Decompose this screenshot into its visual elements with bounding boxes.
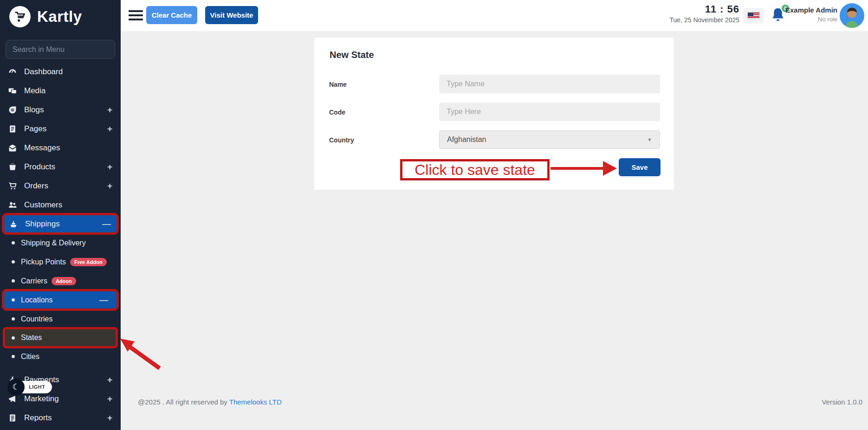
menu-label: Pages bbox=[24, 124, 46, 134]
page-title: New State bbox=[330, 50, 374, 60]
us-flag-icon bbox=[747, 12, 760, 19]
save-button[interactable]: Save bbox=[619, 158, 661, 176]
search-input[interactable] bbox=[6, 40, 115, 59]
menu-label: Media bbox=[24, 86, 45, 96]
version-text: Version 1.0.0 bbox=[822, 398, 862, 406]
sidebar-item-carriers[interactable]: Carriers Adoon bbox=[0, 271, 121, 290]
sidebar: Kartly Dashboard Media Blogs + bbox=[0, 0, 121, 430]
country-label: Country bbox=[329, 136, 354, 144]
chevron-down-icon: ▼ bbox=[647, 137, 652, 142]
time-display: 11 : 56 bbox=[670, 3, 739, 15]
copyright-text: @2025 . All right reserved by bbox=[138, 398, 227, 406]
bullet-icon bbox=[12, 279, 15, 282]
sidebar-item-shippings[interactable]: Shippings — bbox=[4, 215, 117, 232]
menu-label: Messages bbox=[24, 143, 60, 153]
sidebar-item-customers[interactable]: Customers bbox=[0, 195, 121, 214]
products-icon bbox=[7, 162, 18, 172]
country-select[interactable]: Afghanistan ▼ bbox=[439, 130, 660, 149]
expand-plus-icon[interactable]: + bbox=[107, 181, 112, 191]
app-logo[interactable]: Kartly bbox=[9, 6, 82, 27]
date-display: Tue, 25 November 2025 bbox=[670, 16, 739, 24]
annotation-arrow-line bbox=[551, 167, 604, 170]
clear-cache-button[interactable]: Clear Cache bbox=[146, 6, 197, 24]
code-label: Code bbox=[329, 109, 345, 116]
menu-label: States bbox=[21, 334, 42, 342]
report-icon bbox=[7, 413, 18, 423]
name-label: Name bbox=[329, 81, 347, 88]
menu-label: Blogs bbox=[24, 105, 44, 115]
app-title: Kartly bbox=[37, 8, 82, 26]
dashboard-icon bbox=[7, 67, 18, 77]
collapse-minus-icon[interactable]: — bbox=[102, 219, 111, 229]
ship-icon bbox=[8, 219, 19, 229]
avatar[interactable] bbox=[840, 3, 864, 28]
expand-plus-icon[interactable]: + bbox=[107, 124, 112, 134]
main-content: New State Name Code Country Afghanistan … bbox=[121, 31, 868, 430]
clock-block: 11 : 56 Tue, 25 November 2025 bbox=[670, 3, 739, 24]
sidebar-item-reports[interactable]: Reports + bbox=[0, 408, 121, 427]
collapse-minus-icon[interactable]: — bbox=[99, 295, 108, 305]
orders-icon bbox=[7, 181, 18, 191]
addon-badge: Adoon bbox=[52, 277, 76, 285]
moon-icon: ☾ bbox=[7, 379, 25, 396]
admin-name: Example Admin bbox=[785, 6, 837, 14]
sidebar-item-shipping-delivery[interactable]: Shipping & Delivery bbox=[0, 233, 121, 252]
menu-label: Marketing bbox=[24, 394, 59, 404]
expand-plus-icon[interactable]: + bbox=[107, 413, 112, 423]
states-annotation-arrow-icon bbox=[117, 330, 168, 374]
menu-label: Orders bbox=[24, 181, 48, 191]
pages-icon bbox=[7, 124, 18, 134]
company-link[interactable]: Themelooks LTD bbox=[229, 398, 282, 406]
menu-label: Shippings bbox=[25, 219, 60, 229]
customers-icon bbox=[7, 200, 18, 210]
bullet-icon bbox=[12, 355, 15, 358]
sidebar-item-cities[interactable]: Cities bbox=[0, 347, 121, 366]
expand-plus-icon[interactable]: + bbox=[107, 394, 112, 404]
menu-label: Carriers bbox=[21, 277, 47, 285]
sidebar-item-blogs[interactable]: Blogs + bbox=[0, 100, 121, 119]
save-annotation-text: Click to save state bbox=[415, 161, 535, 179]
code-input[interactable] bbox=[439, 103, 660, 121]
hamburger-menu-icon[interactable] bbox=[129, 10, 143, 20]
annotation-arrow-head-icon bbox=[603, 161, 617, 176]
sidebar-item-media[interactable]: Media bbox=[0, 81, 121, 100]
sidebar-item-locations[interactable]: Locations — bbox=[4, 291, 117, 308]
sidebar-search bbox=[6, 40, 115, 59]
messages-icon bbox=[7, 143, 18, 153]
blogs-icon bbox=[7, 105, 18, 115]
language-selector[interactable] bbox=[743, 8, 764, 24]
sidebar-menu: Dashboard Media Blogs + Pages + bbox=[0, 62, 121, 427]
footer: @2025 . All right reserved by Themelooks… bbox=[138, 398, 862, 406]
save-annotation-box: Click to save state bbox=[400, 159, 550, 180]
sidebar-item-orders[interactable]: Orders + bbox=[0, 176, 121, 195]
sidebar-item-pages[interactable]: Pages + bbox=[0, 119, 121, 138]
bullet-icon bbox=[12, 317, 15, 321]
sidebar-item-products[interactable]: Products + bbox=[0, 157, 121, 176]
menu-label: Pickup Points bbox=[21, 258, 66, 266]
expand-plus-icon[interactable]: + bbox=[107, 105, 112, 115]
menu-label: Locations bbox=[21, 296, 53, 304]
theme-toggle[interactable]: LIGHT ☾ bbox=[13, 381, 52, 393]
menu-label: Customers bbox=[24, 200, 62, 210]
sidebar-item-states[interactable]: States bbox=[5, 329, 116, 346]
bullet-icon bbox=[12, 241, 15, 244]
menu-label: Products bbox=[24, 162, 55, 172]
menu-label: Shipping & Delivery bbox=[21, 239, 86, 247]
new-state-card: New State Name Code Country Afghanistan … bbox=[314, 38, 674, 190]
sidebar-item-dashboard[interactable]: Dashboard bbox=[0, 62, 121, 81]
sidebar-item-countries[interactable]: Countries bbox=[0, 309, 121, 328]
menu-label: Dashboard bbox=[24, 67, 63, 77]
topbar: Clear Cache Visit Website 11 : 56 Tue, 2… bbox=[121, 0, 868, 31]
visit-website-button[interactable]: Visit Website bbox=[205, 6, 258, 24]
menu-label: Cities bbox=[21, 353, 39, 361]
free-addon-badge: Free Addon bbox=[70, 258, 107, 266]
name-input[interactable] bbox=[439, 75, 660, 93]
expand-plus-icon[interactable]: + bbox=[107, 162, 112, 172]
sidebar-item-pickup-points[interactable]: Pickup Points Free Addon bbox=[0, 252, 121, 271]
expand-plus-icon[interactable]: + bbox=[107, 375, 112, 385]
menu-label: Countries bbox=[21, 315, 52, 323]
sidebar-item-messages[interactable]: Messages bbox=[0, 138, 121, 157]
menu-label: Reports bbox=[24, 413, 52, 423]
admin-info[interactable]: Example Admin No role bbox=[785, 6, 837, 23]
country-selected-value: Afghanistan bbox=[447, 135, 486, 144]
